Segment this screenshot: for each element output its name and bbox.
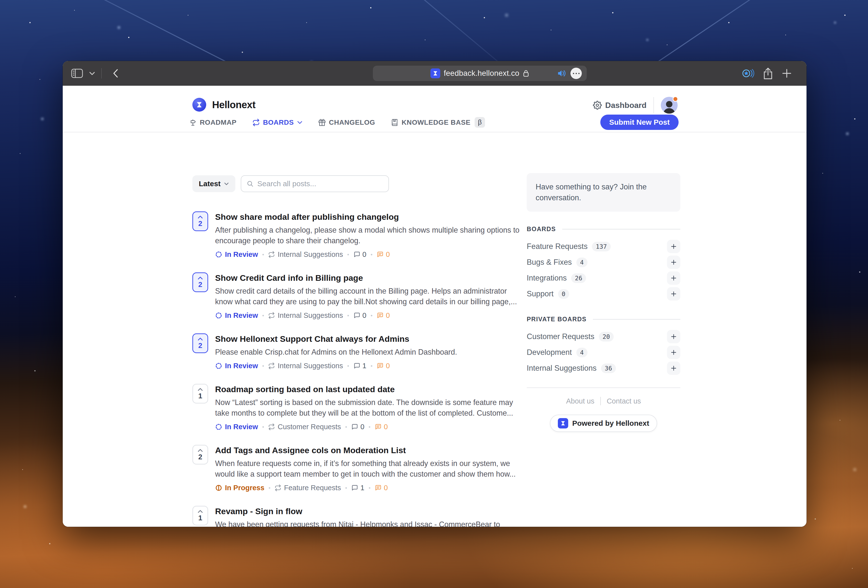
share-icon[interactable] bbox=[763, 67, 774, 80]
board-name: Customer Requests bbox=[278, 423, 341, 431]
web-page: Hellonext Dashboard ROADMAP bbox=[63, 86, 806, 527]
back-icon[interactable] bbox=[112, 68, 118, 78]
add-post-button[interactable] bbox=[667, 287, 681, 301]
board-icon bbox=[268, 424, 275, 430]
board-name: Feature Requests bbox=[284, 484, 341, 492]
board-section: PRIVATE BOARDS Customer Requests 20 bbox=[527, 316, 681, 376]
add-post-button[interactable] bbox=[667, 346, 681, 359]
upvote-button[interactable]: 1 bbox=[192, 384, 208, 403]
contact-us-link[interactable]: Contact us bbox=[607, 397, 641, 405]
post-title[interactable]: Revamp - Sign in flow bbox=[215, 506, 520, 517]
post-item: 2 Show Hellonext Support Chat always for… bbox=[192, 333, 583, 370]
board-row[interactable]: Integrations 26 bbox=[527, 270, 681, 286]
about-us-link[interactable]: About us bbox=[566, 397, 594, 405]
board-section: BOARDS Feature Requests 137 bbox=[527, 226, 681, 302]
merged-posts-icon bbox=[375, 424, 382, 430]
board-icon bbox=[275, 485, 281, 491]
status-badge: In Review bbox=[215, 312, 258, 319]
chevron-down-icon[interactable] bbox=[89, 71, 95, 75]
post-meta: In Review • Customer Requests • bbox=[215, 423, 520, 431]
comment-count: 1 bbox=[353, 362, 366, 370]
post-board[interactable]: Customer Requests bbox=[268, 423, 341, 431]
submit-new-post-button[interactable]: Submit New Post bbox=[600, 115, 679, 130]
user-avatar[interactable] bbox=[661, 97, 678, 114]
new-tab-icon[interactable] bbox=[781, 68, 792, 79]
status-label: In Review bbox=[225, 250, 258, 259]
plus-icon bbox=[670, 243, 677, 250]
board-row[interactable]: Customer Requests 20 bbox=[527, 329, 681, 344]
site-favicon bbox=[430, 68, 440, 78]
browser-toolbar: feedback.hellonext.co bbox=[63, 61, 806, 86]
upvote-button[interactable]: 2 bbox=[192, 333, 208, 353]
nav-knowledge-base[interactable]: KNOWLEDGE BASE β bbox=[391, 117, 485, 128]
post-board[interactable]: Feature Requests bbox=[275, 484, 341, 492]
status-in-review-icon bbox=[215, 423, 222, 430]
brand[interactable]: Hellonext bbox=[192, 98, 255, 112]
chevron-down-icon bbox=[297, 121, 303, 124]
board-icon bbox=[268, 251, 275, 258]
search-input[interactable] bbox=[257, 180, 383, 188]
post-title[interactable]: Add Tags and Assignee cols on Moderation… bbox=[215, 445, 520, 456]
add-post-button[interactable] bbox=[667, 272, 681, 285]
board-row[interactable]: Support 0 bbox=[527, 286, 681, 302]
link-divider bbox=[600, 397, 601, 405]
upvote-chevron-icon bbox=[197, 337, 203, 341]
powered-by-button[interactable]: Powered by Hellonext bbox=[550, 415, 657, 432]
upvote-button[interactable]: 2 bbox=[192, 445, 208, 464]
add-post-button[interactable] bbox=[667, 256, 681, 269]
search-icon bbox=[247, 180, 254, 188]
add-post-button[interactable] bbox=[667, 330, 681, 343]
nav-boards[interactable]: BOARDS bbox=[252, 118, 303, 126]
post-board[interactable]: Internal Suggestions bbox=[268, 362, 343, 370]
meta-separator: • bbox=[369, 485, 371, 491]
post-board[interactable]: Internal Suggestions bbox=[268, 312, 343, 319]
address-bar[interactable]: feedback.hellonext.co bbox=[373, 66, 587, 81]
meta-separator: • bbox=[262, 312, 264, 319]
board-row[interactable]: Bugs & Fixes 4 bbox=[527, 254, 681, 270]
post-item: 2 Show Credit Card info in Billing page … bbox=[192, 272, 583, 319]
nav-changelog[interactable]: CHANGELOG bbox=[318, 118, 375, 126]
audio-playing-icon[interactable] bbox=[557, 69, 567, 78]
meta-separator: • bbox=[347, 251, 349, 258]
vote-count: 2 bbox=[198, 341, 202, 350]
post-item: 2 Show share modal after publishing chan… bbox=[192, 211, 583, 259]
comment-count: 1 bbox=[351, 484, 364, 492]
shortcuts-icon[interactable] bbox=[741, 67, 755, 79]
post-title[interactable]: Show share modal after publishing change… bbox=[215, 211, 520, 222]
vote-count: 1 bbox=[198, 392, 202, 400]
search-box[interactable] bbox=[241, 175, 389, 192]
post-title[interactable]: Roadmap sorting based on last updated da… bbox=[215, 384, 520, 394]
glow-stars bbox=[0, 0, 1, 1]
sort-dropdown[interactable]: Latest bbox=[192, 175, 235, 192]
post-title[interactable]: Show Credit Card info in Billing page bbox=[215, 272, 520, 283]
add-post-button[interactable] bbox=[667, 362, 681, 375]
toolbar-divider bbox=[101, 68, 102, 78]
merged-count: 0 bbox=[376, 250, 390, 259]
board-name: Internal Suggestions bbox=[278, 312, 343, 319]
meta-separator: • bbox=[369, 424, 371, 430]
add-post-button[interactable] bbox=[667, 240, 681, 253]
post-meta: In Review • Internal Suggestions • bbox=[215, 250, 520, 259]
section-divider bbox=[593, 319, 681, 319]
board-row[interactable]: Feature Requests 137 bbox=[527, 239, 681, 254]
meta-separator: • bbox=[262, 363, 264, 369]
browser-window: feedback.hellonext.co bbox=[63, 61, 806, 527]
upvote-button[interactable]: 2 bbox=[192, 211, 208, 231]
nav-roadmap[interactable]: ROADMAP bbox=[189, 118, 236, 126]
board-name: Customer Requests bbox=[527, 332, 594, 341]
upvote-button[interactable]: 2 bbox=[192, 272, 208, 292]
post-title[interactable]: Show Hellonext Support Chat always for A… bbox=[215, 333, 520, 344]
meta-separator: • bbox=[262, 251, 264, 258]
post-board[interactable]: Internal Suggestions bbox=[268, 250, 343, 259]
merged-posts-icon bbox=[375, 485, 382, 492]
board-row[interactable]: Development 4 bbox=[527, 344, 681, 360]
comment-icon bbox=[353, 251, 360, 258]
board-row[interactable]: Internal Suggestions 36 bbox=[527, 360, 681, 376]
dashboard-link[interactable]: Dashboard bbox=[593, 101, 647, 110]
status-badge: In Review bbox=[215, 362, 258, 370]
sidebar-toggle-icon[interactable] bbox=[71, 68, 83, 78]
upvote-button[interactable]: 1 bbox=[192, 506, 208, 526]
more-options-icon[interactable] bbox=[570, 68, 582, 79]
url-text: feedback.hellonext.co bbox=[444, 69, 519, 78]
vote-count: 2 bbox=[198, 453, 202, 461]
